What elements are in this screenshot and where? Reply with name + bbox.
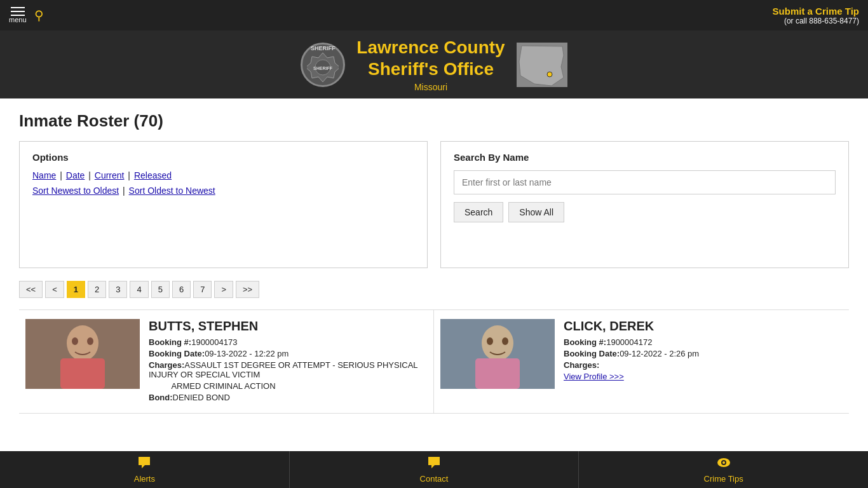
inmate-name: CLICK, DEREK — [564, 319, 843, 334]
charges-label: Charges: — [564, 360, 843, 370]
pagination-page-4[interactable]: 4 — [130, 281, 148, 298]
inmate-photo — [25, 319, 140, 389]
pagination-next[interactable]: > — [214, 281, 233, 298]
options-links: Name | Date | Current | Released — [32, 170, 414, 180]
search-input[interactable] — [454, 170, 836, 194]
sheriff-badge: SHERIFF SHERIFF — [301, 43, 345, 87]
inmate-name: BUTTS, STEPHEN — [149, 319, 427, 334]
hamburger-icon — [11, 7, 25, 16]
search-box: Search By Name Search Show All — [440, 141, 849, 268]
pagination-page-7[interactable]: 7 — [193, 281, 212, 298]
booking-date: Booking Date:09-13-2022 - 12:22 pm — [149, 349, 427, 358]
charges-line2: ARMED CRIMINAL ACTION — [149, 381, 427, 391]
crime-tip-phone: (or call 888-635-8477) — [773, 17, 859, 25]
inmate-info: CLICK, DEREK Booking #:1900004172 Bookin… — [564, 319, 843, 404]
inmate-grid: BUTTS, STEPHEN Booking #:1900004173 Book… — [19, 309, 849, 414]
search-icon[interactable]: ⚲ — [34, 8, 44, 23]
svg-marker-3 — [519, 46, 564, 86]
state-map — [517, 43, 567, 87]
booking-date: Booking Date:09-12-2022 - 2:26 pm — [564, 349, 843, 358]
main-content: Inmate Roster (70) Options Name | Date |… — [0, 98, 868, 426]
sort-oldest-link[interactable]: Sort Oldest to Newest — [129, 186, 215, 196]
page-title: Inmate Roster (70) — [19, 111, 849, 131]
view-profile-link[interactable]: View Profile >>> — [564, 372, 624, 381]
svg-point-13 — [487, 337, 493, 345]
pagination-last[interactable]: >> — [236, 281, 259, 298]
option-current-link[interactable]: Current — [95, 170, 125, 180]
sort-newest-link[interactable]: Sort Newest to Oldest — [32, 186, 119, 196]
inmate-photo-image — [25, 319, 140, 389]
pagination-prev[interactable]: < — [45, 281, 64, 298]
crime-tip-section: Submit a Crime Tip (or call 888-635-8477… — [773, 6, 859, 25]
svg-point-6 — [67, 325, 98, 361]
site-title: Lawrence County Sheriff's Office Missour… — [356, 37, 505, 92]
menu-button[interactable]: menu — [9, 7, 27, 24]
booking-num: Booking #:1900004173 — [149, 337, 427, 347]
pagination-first[interactable]: << — [19, 281, 43, 298]
pagination-page-6[interactable]: 6 — [172, 281, 191, 298]
search-button[interactable]: Search — [454, 202, 503, 222]
badge-text: SHERIFF — [307, 45, 339, 51]
site-title-line1: Lawrence County — [356, 37, 505, 58]
pagination-page-2[interactable]: 2 — [88, 281, 106, 298]
pagination-page-3[interactable]: 3 — [109, 281, 127, 298]
pagination-page-1[interactable]: 1 — [67, 281, 85, 298]
booking-num: Booking #:1900004172 — [564, 337, 843, 347]
inmate-info: BUTTS, STEPHEN Booking #:1900004173 Book… — [149, 319, 427, 404]
svg-point-14 — [502, 337, 508, 345]
charges: Charges:ASSAULT 1ST DEGREE OR ATTEMPT - … — [149, 360, 427, 379]
option-date-link[interactable]: Date — [66, 170, 85, 180]
badge-icon: SHERIFF — [307, 51, 339, 83]
options-search-row: Options Name | Date | Current | Released… — [19, 141, 849, 268]
option-name-link[interactable]: Name — [32, 170, 56, 180]
pagination-page-5[interactable]: 5 — [151, 281, 170, 298]
site-state: Missouri — [356, 82, 505, 92]
sort-links: Sort Newest to Oldest | Sort Oldest to N… — [32, 186, 414, 196]
search-btn-row: Search Show All — [454, 202, 836, 222]
site-title-line2: Sheriff's Office — [356, 58, 505, 80]
svg-rect-7 — [60, 358, 105, 389]
options-box: Options Name | Date | Current | Released… — [19, 141, 428, 268]
search-by-name-title: Search By Name — [454, 152, 836, 163]
svg-rect-12 — [475, 358, 520, 389]
site-header: SHERIFF SHERIFF Lawrence County Sheriff'… — [0, 30, 868, 98]
menu-label: menu — [9, 16, 27, 24]
svg-text:SHERIFF: SHERIFF — [313, 66, 333, 71]
svg-point-4 — [547, 72, 552, 77]
options-title: Options — [32, 152, 414, 163]
inmate-photo — [440, 319, 555, 389]
bond: Bond:DENIED BOND — [149, 393, 427, 402]
missouri-map-icon — [517, 43, 567, 87]
inmate-photo-image — [440, 319, 555, 389]
inmate-card: CLICK, DEREK Booking #:1900004172 Bookin… — [434, 310, 849, 414]
show-all-button[interactable]: Show All — [508, 202, 564, 222]
svg-point-9 — [87, 337, 93, 345]
option-released-link[interactable]: Released — [134, 170, 172, 180]
top-bar-left: menu ⚲ — [9, 7, 44, 24]
top-bar: menu ⚲ Submit a Crime Tip (or call 888-6… — [0, 0, 868, 30]
inmate-card: BUTTS, STEPHEN Booking #:1900004173 Book… — [19, 310, 434, 414]
svg-point-11 — [482, 325, 513, 361]
pagination: << < 1 2 3 4 5 6 7 > >> — [19, 281, 849, 298]
view-profile[interactable]: View Profile >>> — [564, 372, 843, 381]
crime-tip-link[interactable]: Submit a Crime Tip — [773, 6, 859, 17]
svg-point-8 — [72, 337, 78, 345]
